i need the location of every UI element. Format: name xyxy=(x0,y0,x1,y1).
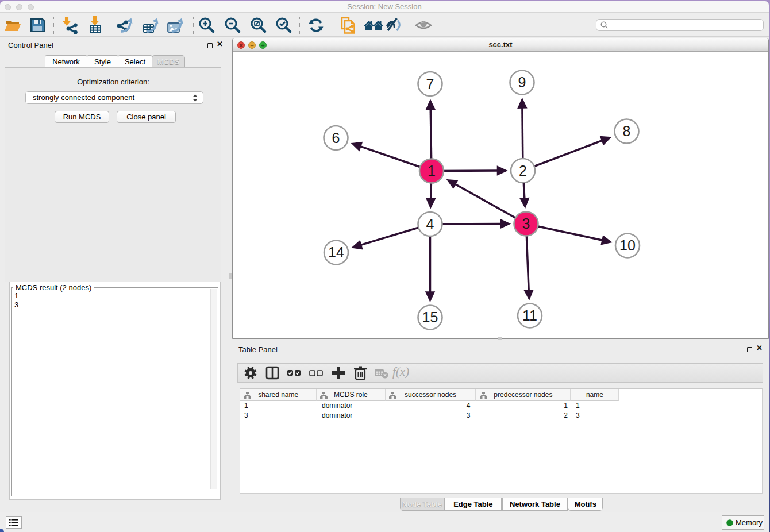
svg-text:11: 11 xyxy=(522,307,537,323)
svg-text:4: 4 xyxy=(426,216,434,232)
svg-text:1: 1 xyxy=(428,163,436,179)
svg-text:7: 7 xyxy=(426,76,434,92)
svg-text:14: 14 xyxy=(328,244,344,260)
svg-text:10: 10 xyxy=(619,237,636,253)
svg-text:3: 3 xyxy=(522,215,530,232)
svg-text:6: 6 xyxy=(332,130,340,146)
svg-text:9: 9 xyxy=(518,74,526,90)
svg-text:15: 15 xyxy=(422,309,438,325)
svg-text:8: 8 xyxy=(623,123,631,139)
svg-text:2: 2 xyxy=(519,163,527,179)
